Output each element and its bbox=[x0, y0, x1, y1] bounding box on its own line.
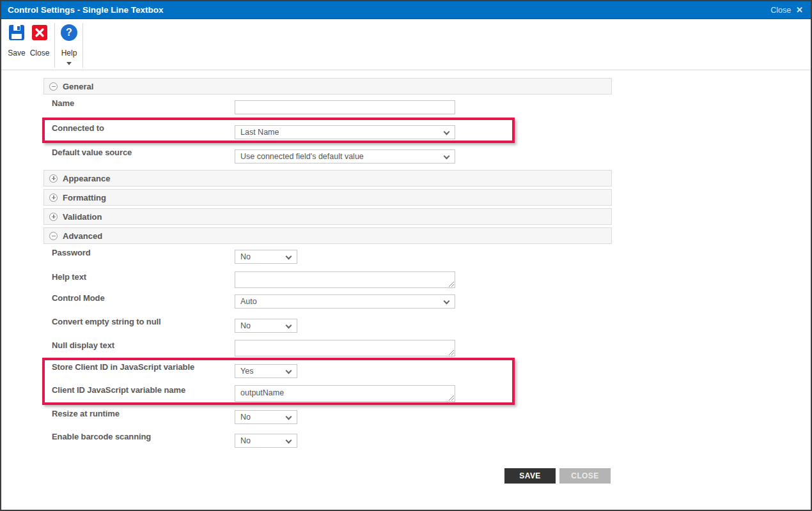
convert-empty-label: Convert empty string to null bbox=[52, 317, 161, 326]
connected-to-label: Connected to bbox=[52, 123, 104, 133]
null-display-label: Null display text bbox=[52, 340, 114, 350]
save-floppy-icon bbox=[8, 24, 25, 43]
control-mode-label: Control Mode bbox=[52, 293, 105, 303]
chevron-down-icon bbox=[444, 153, 450, 160]
store-client-id-select[interactable]: Yes bbox=[235, 364, 297, 378]
chevron-down-icon bbox=[286, 323, 292, 329]
help-text-textarea[interactable] bbox=[235, 271, 455, 288]
titlebar: Control Settings - Single Line Textbox C… bbox=[1, 1, 811, 19]
toolbar-close-button[interactable]: Close bbox=[28, 24, 51, 57]
resize-grip-icon[interactable] bbox=[448, 394, 454, 400]
resize-runtime-label: Resize at runtime bbox=[52, 409, 120, 418]
section-header-general[interactable]: General bbox=[43, 78, 612, 95]
collapse-minus-icon bbox=[49, 232, 58, 240]
expand-plus-icon bbox=[49, 213, 58, 221]
client-id-var-label: Client ID JavaScript variable name bbox=[52, 385, 185, 395]
control-mode-select[interactable]: Auto bbox=[235, 294, 455, 309]
toolbar-separator bbox=[54, 23, 55, 68]
section-header-advanced[interactable]: Advanced bbox=[43, 227, 612, 244]
toolbar: Save Close ? Help bbox=[1, 19, 811, 70]
help-text-label: Help text bbox=[52, 272, 86, 282]
toolbar-help-label: Help bbox=[56, 49, 82, 57]
footer-close-button[interactable]: CLOSE bbox=[559, 468, 611, 484]
name-input[interactable] bbox=[235, 100, 455, 114]
close-x-icon: ✕ bbox=[796, 5, 803, 15]
barcode-select[interactable]: No bbox=[235, 434, 297, 448]
chevron-down-icon bbox=[286, 414, 292, 420]
null-display-textarea[interactable] bbox=[235, 340, 455, 356]
chevron-down-icon bbox=[444, 129, 450, 135]
footer-save-button[interactable]: SAVE bbox=[504, 468, 556, 484]
toolbar-separator bbox=[82, 23, 83, 68]
name-label: Name bbox=[52, 98, 74, 108]
default-value-source-label: Default value source bbox=[52, 148, 132, 157]
window-title: Control Settings - Single Line Textbox bbox=[8, 5, 164, 15]
chevron-down-icon bbox=[286, 438, 292, 444]
resize-grip-icon[interactable] bbox=[448, 349, 454, 355]
chevron-down-icon bbox=[286, 368, 292, 374]
chevron-down-icon bbox=[286, 254, 292, 260]
collapse-minus-icon bbox=[49, 82, 58, 91]
section-header-appearance[interactable]: Appearance bbox=[43, 170, 612, 187]
help-question-icon: ? bbox=[61, 24, 77, 41]
section-header-validation[interactable]: Validation bbox=[43, 208, 612, 225]
help-dropdown-caret-icon bbox=[66, 62, 72, 65]
toolbar-save-label: Save bbox=[5, 49, 28, 57]
convert-empty-select[interactable]: No bbox=[235, 319, 297, 333]
chevron-down-icon bbox=[444, 298, 450, 305]
expand-plus-icon bbox=[49, 174, 58, 183]
section-header-formatting[interactable]: Formatting bbox=[43, 189, 612, 206]
connected-to-select[interactable]: Last Name bbox=[235, 125, 455, 139]
titlebar-close-label: Close bbox=[770, 6, 791, 15]
password-label: Password bbox=[52, 248, 91, 257]
client-id-var-textarea[interactable]: outputName bbox=[235, 385, 455, 402]
resize-grip-icon[interactable] bbox=[448, 280, 454, 287]
toolbar-save-button[interactable]: Save bbox=[5, 24, 28, 57]
control-settings-window: Control Settings - Single Line Textbox C… bbox=[0, 0, 812, 511]
resize-runtime-select[interactable]: No bbox=[235, 410, 297, 424]
close-x-red-icon bbox=[31, 24, 48, 43]
store-client-id-label: Store Client ID in JavaScript variable bbox=[52, 362, 194, 372]
barcode-label: Enable barcode scanning bbox=[52, 432, 151, 441]
expand-plus-icon bbox=[49, 194, 58, 202]
toolbar-close-label: Close bbox=[28, 49, 51, 57]
password-select[interactable]: No bbox=[235, 250, 297, 264]
titlebar-close-button[interactable]: Close ✕ bbox=[770, 5, 803, 15]
toolbar-help-button[interactable]: ? Help bbox=[56, 24, 82, 57]
default-value-source-select[interactable]: Use connected field's default value bbox=[235, 149, 455, 164]
